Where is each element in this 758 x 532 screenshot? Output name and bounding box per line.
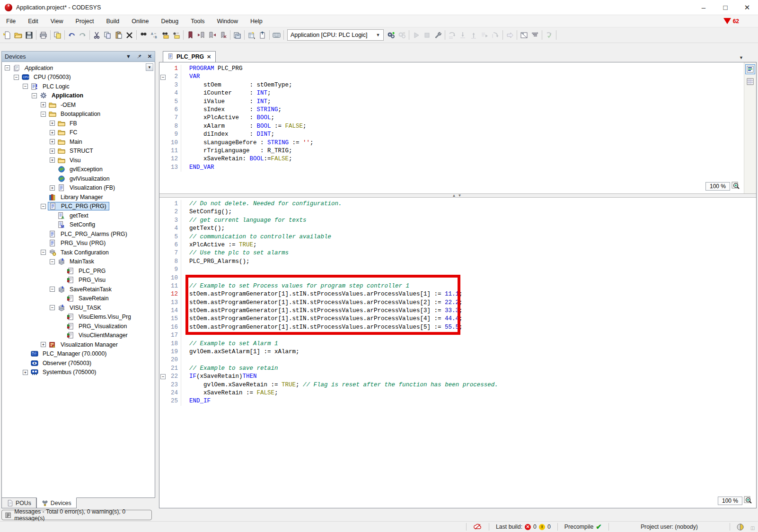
tree-item-application[interactable]: −Application xyxy=(2,63,155,73)
copy-icon[interactable] xyxy=(102,30,113,41)
code-line-3[interactable]: 3// get current language for texts xyxy=(159,217,756,225)
tree-item-gvlexception[interactable]: gvlException xyxy=(2,165,155,174)
fold-collapse-icon[interactable]: − xyxy=(160,75,166,80)
zoom-magnifier-icon[interactable] xyxy=(744,496,752,506)
export-icon[interactable] xyxy=(257,30,268,41)
editor-splitter[interactable]: ▲▼ xyxy=(159,193,756,198)
undo-icon[interactable] xyxy=(66,30,77,41)
tree-item-library-manager[interactable]: Library Manager xyxy=(2,192,155,202)
code-line-2[interactable]: 2SetConfig(); xyxy=(159,208,756,216)
new-object-icon[interactable] xyxy=(246,30,257,41)
collapse-icon[interactable]: − xyxy=(41,112,46,117)
expand-icon[interactable]: + xyxy=(50,157,55,163)
active-application-selector[interactable]: Application [CPU: PLC Logic] ▼ xyxy=(287,29,384,41)
code-line-23[interactable]: 23 gvlOem.xSaveRetain := TRUE; // Flag i… xyxy=(159,381,756,389)
collapse-icon[interactable]: − xyxy=(32,93,37,98)
tree-item-gvlvisualization[interactable]: gvlVisualization xyxy=(2,174,155,183)
code-line-10[interactable]: 10 sLanguageBefore : STRING := ''; xyxy=(159,139,744,147)
code-line-1[interactable]: 1PROGRAM PLC_PRG xyxy=(159,65,744,73)
message-flag[interactable]: 62 xyxy=(723,18,739,25)
expand-icon[interactable]: + xyxy=(50,130,55,135)
menu-window[interactable]: Window xyxy=(211,16,244,26)
step-over-icon[interactable] xyxy=(447,30,458,41)
menu-project[interactable]: Project xyxy=(70,16,100,26)
tree-item-plc-prg-alarms-prg-[interactable]: PLC_PRG_Alarms (PRG) xyxy=(2,229,155,239)
clear-bookmarks-icon[interactable] xyxy=(218,30,229,41)
textual-view-button[interactable] xyxy=(745,64,755,74)
copy-special-icon[interactable] xyxy=(232,30,243,41)
tree-item-prg-visu-prg-[interactable]: PRG_Visu (PRG) xyxy=(2,239,155,248)
collapse-icon[interactable]: − xyxy=(23,84,28,89)
code-line-21[interactable]: 21// Example to save retain xyxy=(159,365,756,373)
close-button[interactable]: ✕ xyxy=(736,0,758,15)
tree-item-maintask[interactable]: −MainTask xyxy=(2,257,155,267)
tree-item-plc-prg-prg-[interactable]: −PLC_PRG (PRG) xyxy=(2,202,155,211)
login-icon[interactable] xyxy=(386,30,397,41)
new-file-icon[interactable] xyxy=(2,30,13,41)
paste-icon[interactable] xyxy=(113,30,124,41)
code-line-1[interactable]: 1// Do not delete. Needed for configurat… xyxy=(159,200,756,208)
previous-bookmark-icon[interactable] xyxy=(196,30,207,41)
security-status[interactable] xyxy=(730,523,750,531)
tree-item-fb[interactable]: +FB xyxy=(2,119,155,128)
panel-close-icon[interactable]: ✕ xyxy=(148,54,152,59)
expand-icon[interactable]: + xyxy=(50,148,55,154)
menu-edit[interactable]: Edit xyxy=(22,16,44,26)
code-line-5[interactable]: 5 iValue : INT; xyxy=(159,98,744,106)
redo-icon[interactable] xyxy=(77,30,88,41)
display-mode-icon[interactable] xyxy=(529,30,540,41)
declaration-zoom-level[interactable]: 100 % xyxy=(705,182,730,191)
code-line-6[interactable]: 6xPlcActive := TRUE; xyxy=(159,241,756,249)
tree-item-saveretaintask[interactable]: −SaveRetainTask xyxy=(2,285,155,294)
tree-item-observer-705003-[interactable]: Observer (705003) xyxy=(2,358,155,368)
tree-item-application[interactable]: −Application xyxy=(2,91,155,101)
delete-icon[interactable] xyxy=(124,30,135,41)
tree-item-visuelems-visu-prg[interactable]: VisuElems.Visu_Prg xyxy=(2,313,155,322)
print-icon[interactable] xyxy=(38,30,49,41)
tree-item-saveretain[interactable]: SaveRetain xyxy=(2,294,155,304)
tree-item-bootapplication[interactable]: −Bootapplication xyxy=(2,110,155,119)
code-line-19[interactable]: 19gvlOem.axSetAlarm[1] := xAlarm; xyxy=(159,348,756,356)
panel-tab-pous[interactable]: POUs xyxy=(1,498,36,508)
run-to-cursor-icon[interactable] xyxy=(479,30,490,41)
tree-item-prg-visu[interactable]: PRG_Visu xyxy=(2,276,155,285)
collapse-icon[interactable]: − xyxy=(41,250,46,255)
collapse-icon[interactable]: − xyxy=(14,75,19,80)
save-icon[interactable] xyxy=(24,30,35,41)
code-line-8[interactable]: 8 xAlarm : BOOL := FALSE; xyxy=(159,122,744,131)
tree-item-setconfig[interactable]: MSetConfig xyxy=(2,220,155,230)
panel-dropdown-icon[interactable]: ▼ xyxy=(126,54,131,59)
single-cycle-icon[interactable] xyxy=(504,30,515,41)
tree-item--oem[interactable]: +-OEM xyxy=(2,100,155,110)
code-line-2[interactable]: −2VAR xyxy=(159,73,744,81)
tab-list-dropdown-icon[interactable]: ▼ xyxy=(739,55,743,60)
splitter-grip-icon[interactable]: ▲▼ xyxy=(452,194,464,198)
code-line-4[interactable]: 4getText(); xyxy=(159,225,756,233)
tree-item-plc-prg[interactable]: PLC_PRG xyxy=(2,266,155,276)
step-into-icon[interactable] xyxy=(458,30,468,41)
expand-icon[interactable]: + xyxy=(50,121,55,126)
collapse-icon[interactable]: − xyxy=(50,305,55,310)
expand-icon[interactable]: + xyxy=(23,370,28,375)
stop-icon[interactable] xyxy=(422,30,432,41)
expand-icon[interactable]: + xyxy=(50,185,55,191)
tab-plc-prg[interactable]: PLC_PRG ✕ xyxy=(163,51,216,62)
code-line-4[interactable]: 4 iCounter : INT; xyxy=(159,89,744,97)
find-in-project-icon[interactable] xyxy=(160,30,171,41)
tree-item-cpu-705003-[interactable]: −CPUCPU (705003) xyxy=(2,73,155,82)
declaration-editor[interactable]: 1PROGRAM PLC_PRG−2VAR3 stOem : stOemType… xyxy=(159,62,756,193)
toggle-bookmark-icon[interactable] xyxy=(185,30,196,41)
tree-item-struct[interactable]: +STRUCT xyxy=(2,147,155,156)
expand-icon[interactable]: + xyxy=(50,139,55,144)
panel-pin-icon[interactable]: 📌︎ xyxy=(137,54,142,59)
code-line-7[interactable]: 7 xPlcActive : BOOL; xyxy=(159,114,744,122)
set-next-statement-icon[interactable] xyxy=(490,30,501,41)
tabular-view-button[interactable] xyxy=(745,77,755,87)
tree-item-visu[interactable]: +Visu xyxy=(2,156,155,165)
tree-item-visuclientmanager[interactable]: VisuClientManager xyxy=(2,331,155,340)
implementation-zoom-level[interactable]: 100 % xyxy=(718,497,742,505)
code-line-9[interactable]: 9 diIndex : DINT; xyxy=(159,131,744,139)
code-line-5[interactable]: 5// communication to controller availabl… xyxy=(159,233,756,241)
code-line-3[interactable]: 3 stOem : stOemType; xyxy=(159,81,744,89)
build-icon[interactable] xyxy=(432,30,443,41)
